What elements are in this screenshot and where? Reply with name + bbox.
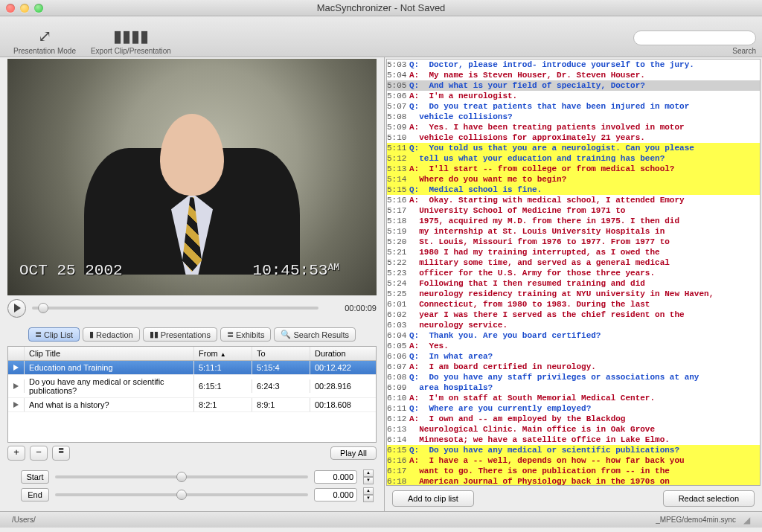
tab-redaction[interactable]: ▮Redaction xyxy=(83,327,140,342)
table-row[interactable]: Education and Training5:11:15:15:400:12.… xyxy=(8,361,376,375)
tab-exhibits[interactable]: ≣Exhibits xyxy=(220,327,272,342)
start-button[interactable]: Start xyxy=(21,470,49,484)
clip-table-body: Education and Training5:11:15:15:400:12.… xyxy=(8,361,376,440)
transcript-line[interactable]: 6:13 Neurological Clinic. Main office is… xyxy=(387,424,760,435)
list-view-button[interactable]: ≣ xyxy=(52,446,70,461)
redact-selection-button[interactable]: Redact selection xyxy=(663,490,755,507)
col-from[interactable]: From ▲ xyxy=(194,347,252,360)
col-to[interactable]: To xyxy=(252,347,310,360)
transcript-line[interactable]: 5:08 vehicle collisions? xyxy=(387,112,760,122)
transcript-line[interactable]: 6:06Q: In what area? xyxy=(387,351,760,362)
titlebar: MacSynchronizer - Not Saved xyxy=(0,0,762,16)
col-duration[interactable]: Duration xyxy=(310,347,376,360)
transcript-line[interactable]: 6:14 Minnesota; we have a satellite offi… xyxy=(387,435,760,445)
tab-clip-list[interactable]: ≣Clip List xyxy=(28,327,80,342)
add-clip-button[interactable]: + xyxy=(7,446,25,461)
transcript-line[interactable]: 5:05Q: And what is your field of special… xyxy=(387,80,760,91)
row-to: 5:15:4 xyxy=(252,361,310,374)
export-button[interactable]: ▮▮▮▮ Export Clip/Presentation xyxy=(83,19,179,55)
play-button[interactable] xyxy=(7,299,26,318)
transcript-line[interactable]: 5:18 1975, acquired my M.D. from there i… xyxy=(387,216,760,226)
transcript-line[interactable]: 5:03Q: Doctor, please introd- introduce … xyxy=(387,60,760,70)
start-slider[interactable] xyxy=(55,475,308,478)
transcript-line[interactable]: 6:15Q: Do you have any medical or scient… xyxy=(387,445,760,455)
transcript-line[interactable]: 6:17 want to go. There is one publicatio… xyxy=(387,466,760,476)
transcript-timestamp: 5:11 xyxy=(387,143,409,153)
end-stepper[interactable]: ▲▼ xyxy=(363,487,374,502)
end-slider-knob[interactable] xyxy=(176,490,187,500)
end-value[interactable]: 0.000 xyxy=(314,488,357,501)
transcript-line[interactable]: 5:09A: Yes. I have been treating patient… xyxy=(387,122,760,132)
transcript-timestamp: 5:03 xyxy=(387,60,409,70)
transcript-line[interactable]: 5:04A: My name is Steven Houser, Dr. Ste… xyxy=(387,70,760,80)
transcript-line[interactable]: 5:20 St. Louis, Missouri from 1976 to 19… xyxy=(387,237,760,247)
end-button[interactable]: End xyxy=(21,488,49,501)
transcript-line[interactable]: 6:09 area hospitals? xyxy=(387,382,760,393)
transcript-line[interactable]: 6:12A: I own and -- am employed by the B… xyxy=(387,414,760,424)
transcript-timestamp: 5:22 xyxy=(387,257,409,268)
transcript-text: A: My name is Steven Houser, Dr. Steven … xyxy=(409,70,760,80)
presentation-mode-button[interactable]: ⤢ Presentation Mode xyxy=(6,19,83,55)
transcript-line[interactable]: 6:11Q: Where are you currently employed? xyxy=(387,403,760,414)
end-slider[interactable] xyxy=(55,493,308,496)
transcript-timestamp: 6:04 xyxy=(387,330,409,341)
transcript-line[interactable]: 5:14 Where do you want me to begin? xyxy=(387,174,760,185)
row-play-icon[interactable] xyxy=(8,361,25,374)
transcript-line[interactable]: 5:07Q: Do you treat patients that have b… xyxy=(387,101,760,112)
transcript-line[interactable]: 5:23 officer for the U.S. Army for those… xyxy=(387,268,760,278)
transcript-timestamp: 5:08 xyxy=(387,112,409,122)
transcript-line[interactable]: 6:02 year I was there I served as the ch… xyxy=(387,310,760,320)
transcript-line[interactable]: 5:10 vehicle collisions for approximatel… xyxy=(387,132,760,143)
transcript-line[interactable]: 5:11Q: You told us that you are a neurol… xyxy=(387,143,760,153)
transcript-line[interactable]: 6:03 neurology service. xyxy=(387,320,760,330)
transcript-text: Q: Do you have any medical or scientific… xyxy=(409,445,760,455)
transcript-line[interactable]: 5:15Q: Medical school is fine. xyxy=(387,185,760,195)
transcript-line[interactable]: 5:19 my internship at St. Louis Universi… xyxy=(387,226,760,237)
scrubber-knob[interactable] xyxy=(38,303,48,313)
transcript-timestamp: 6:15 xyxy=(387,445,409,455)
transcript-timestamp: 6:18 xyxy=(387,476,409,486)
tab-search-results[interactable]: 🔍Search Results xyxy=(274,327,356,342)
start-slider-knob[interactable] xyxy=(176,472,187,482)
row-duration: 00:28.916 xyxy=(310,379,376,393)
transcript-line[interactable]: 6:10A: I'm on staff at South Memorial Me… xyxy=(387,393,760,403)
transcript-line[interactable]: 5:25 neurology residency training at NYU… xyxy=(387,289,760,299)
transcript-text: Q: Do you have any staff privileges or a… xyxy=(409,372,760,382)
search-input[interactable] xyxy=(633,31,756,45)
row-play-icon[interactable] xyxy=(8,398,25,411)
tab-presentations[interactable]: ▮▮Presentations xyxy=(143,327,217,342)
transcript-timestamp: 5:21 xyxy=(387,247,409,257)
play-all-button[interactable]: Play All xyxy=(330,446,377,460)
transcript[interactable]: 5:03Q: Doctor, please introd- introduce … xyxy=(386,59,761,486)
transcript-line[interactable]: 6:08Q: Do you have any staff privileges … xyxy=(387,372,760,382)
transcript-line[interactable]: 6:07A: I am board certified in neurology… xyxy=(387,362,760,372)
transcript-line[interactable]: 5:16A: Okay. Starting with medical schoo… xyxy=(387,195,760,205)
start-stepper[interactable]: ▲▼ xyxy=(363,469,374,484)
table-row[interactable]: And what is a history?8:2:18:9:100:18.60… xyxy=(8,398,376,412)
transcript-line[interactable]: 5:12 tell us what your education and tra… xyxy=(387,153,760,164)
transcript-line[interactable]: 6:05A: Yes. xyxy=(387,341,760,351)
table-row[interactable]: Do you have any medical or scientific pu… xyxy=(8,375,376,398)
transcript-line[interactable]: 5:22 military some time, and served as a… xyxy=(387,257,760,268)
row-title: And what is a history? xyxy=(25,398,194,411)
transcript-text: Connecticut, from 1980 to 1983. During t… xyxy=(409,299,760,310)
transcript-line[interactable]: 6:04Q: Thank you. Are you board certifie… xyxy=(387,330,760,341)
video-date-overlay: OCT 25 2002 xyxy=(19,262,123,279)
transcript-line[interactable]: 5:24 Following that I then resumed train… xyxy=(387,278,760,289)
col-title[interactable]: Clip Title xyxy=(25,347,194,360)
scrubber[interactable] xyxy=(32,307,318,310)
transcript-line[interactable]: 6:01 Connecticut, from 1980 to 1983. Dur… xyxy=(387,299,760,310)
start-value[interactable]: 0.000 xyxy=(314,470,357,484)
remove-clip-button[interactable]: − xyxy=(30,446,48,461)
resize-grip[interactable]: ◢ xyxy=(743,515,750,525)
add-to-clip-list-button[interactable]: Add to clip list xyxy=(392,490,474,507)
transcript-line[interactable]: 5:06A: I'm a neurologist. xyxy=(387,91,760,101)
row-play-icon[interactable] xyxy=(8,379,25,393)
transcript-line[interactable]: 5:21 1980 I had my training interrupted,… xyxy=(387,247,760,257)
transcript-line[interactable]: 5:17 University School of Medicine from … xyxy=(387,205,760,216)
transcript-line[interactable]: 5:13A: I'll start -- from college or fro… xyxy=(387,164,760,174)
transcript-line[interactable]: 6:18 American Journal of Physiology back… xyxy=(387,476,760,486)
transcript-line[interactable]: 6:16A: I have a -- well, depends on how … xyxy=(387,455,760,466)
video-viewport[interactable]: OCT 25 2002 10:45:53AM xyxy=(7,59,377,295)
segment-tabs: ≣Clip List ▮Redaction ▮▮Presentations ≣E… xyxy=(0,324,384,346)
